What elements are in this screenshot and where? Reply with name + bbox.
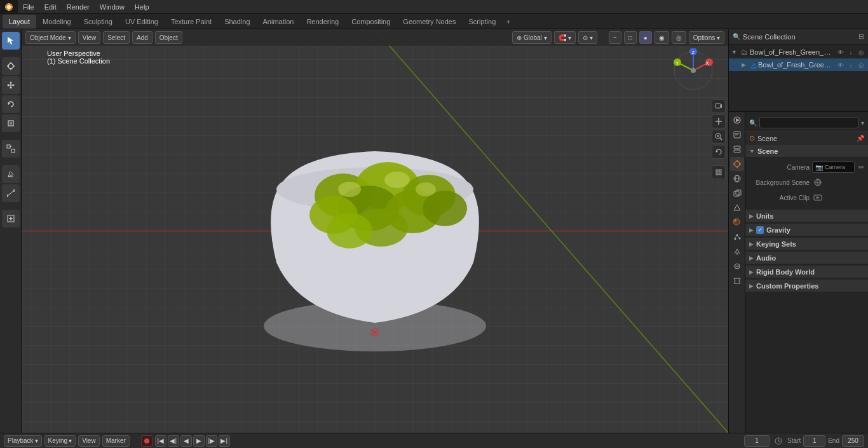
move-tool[interactable] xyxy=(2,76,20,94)
menu-render[interactable]: Render xyxy=(62,0,95,14)
jump-end-btn[interactable]: ▶| xyxy=(219,435,230,447)
menu-file[interactable]: File xyxy=(18,0,39,14)
outliner-item-bowl[interactable]: ▶ △ Bowl_of_Fresh_Green_Ol 👁 ↓ ◎ xyxy=(729,58,868,71)
marker-menu[interactable]: Marker xyxy=(102,435,130,447)
gravity-checkbox[interactable]: ✓ xyxy=(756,226,764,234)
rotate-view-btn[interactable] xyxy=(712,145,726,159)
select-icon-2[interactable]: ↓ xyxy=(846,60,855,69)
next-keyframe-btn[interactable]: |▶ xyxy=(206,435,217,447)
view-layer-tab[interactable] xyxy=(730,142,744,156)
view-menu-tl[interactable]: View xyxy=(78,435,100,447)
options-button[interactable]: Options ▾ xyxy=(689,31,724,44)
add-object-tool[interactable] xyxy=(2,210,20,227)
select-icon[interactable]: ↓ xyxy=(846,48,855,57)
object-menu[interactable]: Object xyxy=(155,31,182,44)
scene-section-header[interactable]: ▼ Scene xyxy=(745,145,868,158)
clock-icon[interactable] xyxy=(772,435,785,447)
select-menu[interactable]: Select xyxy=(103,31,130,44)
render-icon[interactable]: ◎ xyxy=(857,48,865,57)
tab-sculpting[interactable]: Sculpting xyxy=(78,15,119,29)
shading-solid[interactable]: ● xyxy=(639,31,652,44)
shading-wire[interactable]: □ xyxy=(624,31,637,44)
scale-tool[interactable] xyxy=(2,114,20,132)
render-properties-tab[interactable] xyxy=(730,113,744,127)
current-frame-input[interactable] xyxy=(744,435,770,447)
keying-menu[interactable]: Keying ▾ xyxy=(44,435,76,447)
gravity-header[interactable]: ▶ ✓ Gravity xyxy=(745,224,868,236)
filter-icon[interactable]: ⊟ xyxy=(858,32,864,41)
start-frame-input[interactable] xyxy=(803,435,825,447)
jump-start-btn[interactable]: |◀ xyxy=(155,435,166,447)
tab-layout[interactable]: Layout xyxy=(3,15,36,29)
shading-render[interactable]: ◎ xyxy=(672,31,686,44)
tab-scripting[interactable]: Scripting xyxy=(462,15,502,29)
modifiers-tab[interactable] xyxy=(730,274,744,288)
add-workspace-button[interactable]: + xyxy=(502,15,515,28)
menu-edit[interactable]: Edit xyxy=(39,0,62,14)
viewport-3d[interactable]: Object Mode ▾ View Select Add Object ⊕ G… xyxy=(22,29,728,433)
end-frame-input[interactable] xyxy=(842,435,864,447)
add-menu[interactable]: Add xyxy=(132,31,153,44)
playback-menu[interactable]: Playback ▾ xyxy=(4,435,42,447)
view-menu[interactable]: View xyxy=(78,31,101,44)
frame-selected-btn[interactable] xyxy=(712,165,726,179)
record-button[interactable] xyxy=(141,435,153,447)
snap-toggle[interactable]: 🧲 ▾ xyxy=(554,31,576,44)
measure-tool[interactable] xyxy=(2,184,20,202)
visibility-icon[interactable]: 👁 xyxy=(836,48,845,57)
tab-geometry-nodes[interactable]: Geometry Nodes xyxy=(397,15,462,29)
audio-header[interactable]: ▶ Audio xyxy=(745,252,868,264)
object-mode-selector[interactable]: Object Mode ▾ xyxy=(25,31,76,44)
overlay-toggle[interactable]: ~ xyxy=(609,31,621,44)
background-scene-icon[interactable] xyxy=(812,178,824,187)
cursor-tool[interactable] xyxy=(2,57,20,75)
camera-field[interactable]: 📷 Camera xyxy=(812,161,855,173)
transform-space-selector[interactable]: ⊕ Global ▾ xyxy=(512,31,552,44)
units-arrow: ▶ xyxy=(749,213,754,219)
rigid-body-header[interactable]: ▶ Rigid Body World xyxy=(745,266,868,278)
world-tab[interactable] xyxy=(730,172,744,186)
menu-help[interactable]: Help xyxy=(130,0,154,14)
render-icon-2[interactable]: ◎ xyxy=(857,60,865,69)
camera-edit-icon[interactable]: ✏ xyxy=(858,163,864,172)
menu-window[interactable]: Window xyxy=(95,0,130,14)
shading-material[interactable]: ◉ xyxy=(654,31,669,44)
tab-animation[interactable]: Animation xyxy=(257,15,301,29)
tab-modeling[interactable]: Modeling xyxy=(36,15,78,29)
prev-keyframe-btn[interactable]: ◀| xyxy=(168,435,179,447)
pan-view-btn[interactable] xyxy=(712,114,726,128)
tab-compositing[interactable]: Compositing xyxy=(345,15,397,29)
proportional-edit[interactable]: ⊙ ▾ xyxy=(578,31,597,44)
play-btn[interactable]: ▶ xyxy=(193,435,205,447)
output-properties-tab[interactable] xyxy=(730,128,744,142)
transform-tool[interactable] xyxy=(2,140,20,158)
play-back-btn[interactable]: ◀ xyxy=(180,435,192,447)
props-filter-icon[interactable]: ▾ xyxy=(861,119,864,126)
camera-view-btn[interactable] xyxy=(712,99,726,113)
custom-props-header[interactable]: ▶ Custom Properties xyxy=(745,280,868,292)
particles-tab[interactable] xyxy=(730,230,744,244)
zoom-btn[interactable] xyxy=(712,130,726,144)
visibility-icon-2[interactable]: 👁 xyxy=(836,60,845,69)
tab-uv-editing[interactable]: UV Editing xyxy=(119,15,165,29)
select-tool[interactable] xyxy=(2,32,20,50)
mesh-tab[interactable] xyxy=(730,201,744,215)
physics-tab[interactable] xyxy=(730,245,744,259)
scene-properties-tab[interactable] xyxy=(730,157,744,171)
tab-texture-paint[interactable]: Texture Paint xyxy=(165,15,218,29)
rotate-tool[interactable] xyxy=(2,95,20,113)
material-tab[interactable] xyxy=(730,215,744,229)
units-header[interactable]: ▶ Units xyxy=(745,210,868,222)
constraints-tab[interactable] xyxy=(730,259,744,273)
svg-rect-20 xyxy=(11,149,15,153)
keying-sets-header[interactable]: ▶ Keying Sets xyxy=(745,238,868,250)
scene-pin-icon[interactable]: 📌 xyxy=(857,135,864,142)
object-tab[interactable] xyxy=(730,186,744,200)
properties-search-input[interactable] xyxy=(759,117,858,128)
outliner-item-scene-collection[interactable]: ▼ 🗂 Bowl_of_Fresh_Green_Olives 👁 ↓ ◎ xyxy=(729,46,868,58)
active-clip-icon[interactable] xyxy=(812,193,824,202)
navigation-gizmo[interactable]: X Y Z xyxy=(671,48,715,93)
tab-shading[interactable]: Shading xyxy=(218,15,256,29)
tab-rendering[interactable]: Rendering xyxy=(300,15,345,29)
annotate-tool[interactable] xyxy=(2,165,20,183)
